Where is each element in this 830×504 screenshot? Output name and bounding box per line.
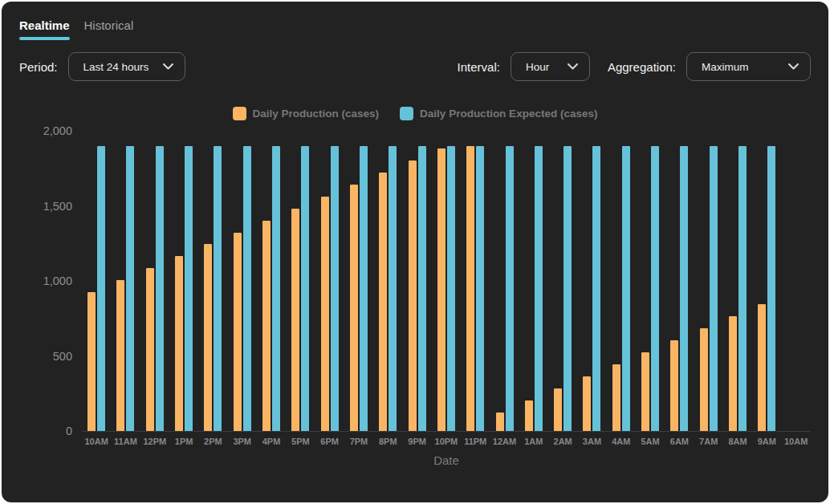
bar-daily-production-cases[interactable]	[670, 340, 678, 431]
bar-daily-production-expected-cases[interactable]	[710, 146, 718, 431]
bar-daily-production-cases[interactable]	[466, 146, 474, 431]
bar-daily-production-expected-cases[interactable]	[185, 146, 193, 431]
bar-daily-production-expected-cases[interactable]	[447, 146, 455, 431]
aggregation-value: Maximum	[702, 61, 749, 73]
bar-daily-production-cases[interactable]	[321, 197, 329, 431]
bar-daily-production-expected-cases[interactable]	[214, 146, 222, 431]
period-dropdown[interactable]: Last 24 hours	[68, 52, 185, 81]
x-tick-label: 7AM	[694, 437, 723, 446]
x-tick-label: 5PM	[286, 437, 315, 446]
bar-daily-production-cases[interactable]	[87, 292, 96, 431]
x-tick-label: 2AM	[548, 437, 577, 446]
interval-dropdown[interactable]: Hour	[511, 52, 590, 81]
y-tick-label: 500	[53, 350, 72, 363]
period-control: Period: Last 24 hours	[19, 52, 185, 81]
x-tick-label: 4AM	[607, 437, 636, 446]
aggregation-control: Aggregation: Maximum	[608, 52, 811, 81]
bar-group	[82, 131, 111, 431]
bar-daily-production-cases[interactable]	[583, 376, 591, 431]
bar-daily-production-cases[interactable]	[204, 244, 212, 431]
bar-daily-production-expected-cases[interactable]	[535, 146, 543, 431]
bar-daily-production-cases[interactable]	[146, 268, 154, 431]
x-tick-label: 2PM	[198, 437, 227, 446]
y-axis: 05001,0001,5002,000	[2, 131, 72, 431]
bar-group	[373, 131, 402, 431]
bar-daily-production-expected-cases[interactable]	[564, 146, 572, 431]
bar-daily-production-cases[interactable]	[554, 388, 562, 431]
x-tick-label: 3PM	[228, 437, 257, 446]
bar-daily-production-cases[interactable]	[612, 364, 620, 431]
bar-daily-production-expected-cases[interactable]	[622, 146, 630, 431]
bar-daily-production-expected-cases[interactable]	[738, 146, 747, 431]
legend-item[interactable]: Daily Production Expected (cases)	[400, 107, 597, 120]
bar-group	[752, 131, 781, 431]
bar-group	[607, 131, 636, 431]
bar-daily-production-cases[interactable]	[262, 221, 271, 431]
tab-realtime[interactable]: Realtime	[19, 18, 70, 40]
bar-daily-production-expected-cases[interactable]	[97, 146, 105, 431]
legend-label: Daily Production Expected (cases)	[420, 108, 597, 120]
bar-daily-production-cases[interactable]	[641, 352, 649, 431]
bar-daily-production-expected-cases[interactable]	[360, 146, 368, 431]
bar-daily-production-expected-cases[interactable]	[126, 146, 134, 431]
bar-group	[402, 131, 431, 431]
x-tick-label: 12AM	[490, 437, 519, 446]
bar-daily-production-expected-cases[interactable]	[418, 146, 426, 431]
tab-realtime-label: Realtime	[19, 18, 70, 32]
bar-group	[782, 131, 811, 431]
bar-daily-production-cases[interactable]	[758, 304, 766, 431]
bar-daily-production-expected-cases[interactable]	[301, 146, 309, 431]
bar-group	[548, 131, 577, 431]
interval-label: Interval:	[458, 60, 500, 74]
x-tick-label: 12PM	[140, 437, 169, 446]
bar-daily-production-cases[interactable]	[234, 233, 242, 431]
y-tick-label: 1,500	[43, 200, 72, 213]
bar-daily-production-cases[interactable]	[700, 328, 708, 431]
period-label: Period:	[19, 60, 58, 74]
bar-daily-production-cases[interactable]	[525, 400, 533, 431]
bar-daily-production-cases[interactable]	[496, 413, 504, 431]
bar-daily-production-expected-cases[interactable]	[243, 146, 251, 431]
bar-daily-production-cases[interactable]	[350, 185, 358, 431]
bar-group	[723, 131, 752, 431]
aggregation-dropdown[interactable]: Maximum	[686, 52, 811, 81]
bar-daily-production-expected-cases[interactable]	[331, 146, 339, 431]
bar-daily-production-expected-cases[interactable]	[651, 146, 659, 431]
x-tick-label: 6AM	[665, 437, 694, 446]
legend-item[interactable]: Daily Production (cases)	[233, 107, 380, 120]
x-tick-label: 10AM	[782, 437, 811, 446]
x-tick-label: 9AM	[752, 437, 781, 446]
bar-daily-production-expected-cases[interactable]	[506, 146, 514, 431]
interval-value: Hour	[526, 61, 549, 73]
bar-daily-production-expected-cases[interactable]	[156, 146, 164, 431]
bar-daily-production-expected-cases[interactable]	[680, 146, 688, 431]
bar-group	[519, 131, 548, 431]
y-tick-label: 2,000	[43, 124, 72, 137]
aggregation-label: Aggregation:	[608, 60, 676, 74]
y-tick-label: 1,000	[43, 274, 72, 287]
bar-group	[228, 131, 257, 431]
bar-daily-production-cases[interactable]	[291, 209, 299, 431]
bar-group	[432, 131, 461, 431]
chevron-down-icon	[163, 63, 173, 70]
bar-daily-production-cases[interactable]	[729, 316, 737, 431]
bar-daily-production-cases[interactable]	[175, 256, 183, 431]
bar-group	[111, 131, 140, 431]
x-tick-label: 11PM	[461, 437, 490, 446]
bar-group	[694, 131, 723, 431]
dashboard-card: Realtime Historical Period: Last 24 hour…	[2, 2, 828, 502]
bar-daily-production-cases[interactable]	[116, 280, 124, 431]
bar-group	[198, 131, 227, 431]
tab-historical[interactable]: Historical	[84, 18, 134, 33]
bar-group	[577, 131, 606, 431]
bar-daily-production-cases[interactable]	[437, 148, 446, 431]
bar-daily-production-expected-cases[interactable]	[476, 146, 484, 431]
bar-daily-production-expected-cases[interactable]	[389, 146, 397, 431]
bar-daily-production-expected-cases[interactable]	[592, 146, 600, 431]
bar-daily-production-expected-cases[interactable]	[272, 146, 280, 431]
bar-daily-production-expected-cases[interactable]	[767, 146, 775, 431]
x-tick-label: 4PM	[257, 437, 286, 446]
bar-daily-production-cases[interactable]	[379, 173, 387, 431]
bar-daily-production-cases[interactable]	[409, 161, 417, 431]
interval-control: Interval: Hour	[458, 52, 590, 81]
